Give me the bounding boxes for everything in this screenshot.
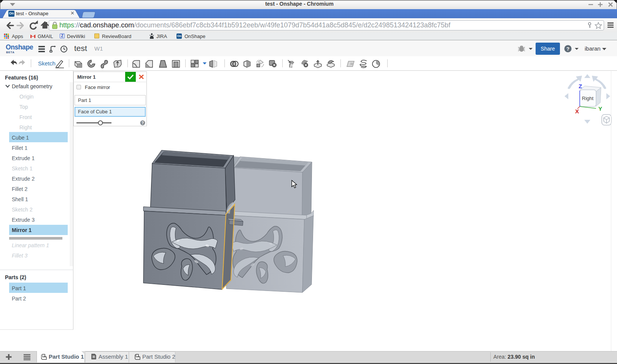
svg-text:?: ?: [142, 121, 144, 125]
svg-text:Z: Z: [579, 83, 582, 89]
svg-text:?: ?: [566, 46, 569, 52]
svg-text:Right: Right: [582, 95, 594, 101]
svg-text:X: X: [575, 108, 579, 114]
svg-text:Y: Y: [598, 105, 602, 112]
